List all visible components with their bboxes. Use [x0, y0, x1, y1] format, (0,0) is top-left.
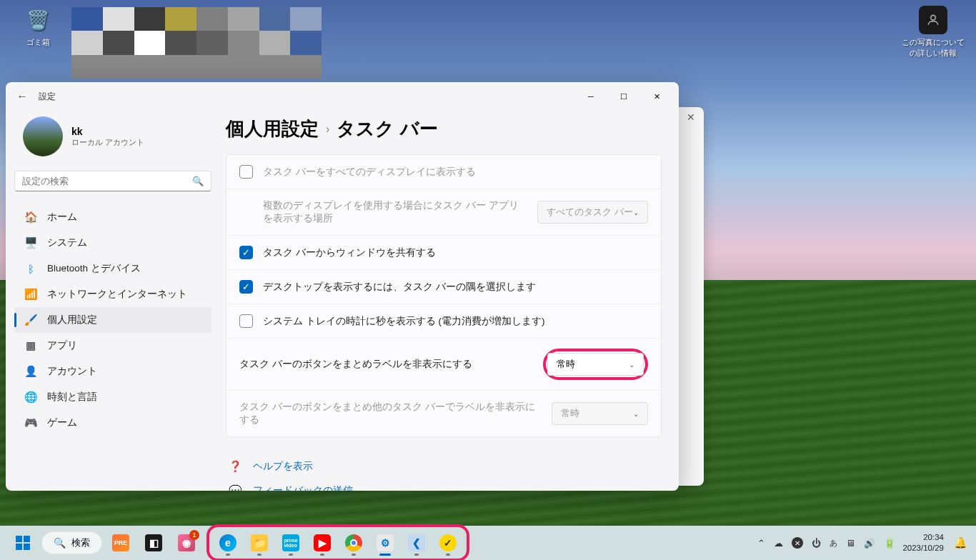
checkbox[interactable]: [239, 314, 253, 328]
profile-account: ローカル アカウント: [71, 137, 144, 148]
svg-rect-2: [24, 536, 30, 542]
breadcrumb: 個人用設定 › タスク バー: [226, 116, 662, 141]
taskbar-app-edge[interactable]: e: [214, 529, 242, 557]
setting-show-seconds: システム トレイの時計に秒を表示する (電力消費が増加します): [226, 304, 661, 339]
photo-info-icon[interactable]: この写真についての詳しい情報: [901, 6, 965, 59]
breadcrumb-current: タスク バー: [337, 116, 437, 141]
gamepad-icon: 🎮: [24, 416, 37, 429]
nav-apps[interactable]: ▦ アプリ: [14, 333, 211, 359]
volume-icon[interactable]: 🔊: [864, 538, 875, 549]
profile-section[interactable]: kk ローカル アカウント: [14, 111, 211, 171]
tray-overflow-icon[interactable]: ⌃: [757, 538, 765, 549]
content-area: 個人用設定 › タスク バー タスク バーをすべてのディスプレイに表示する 複数…: [220, 111, 679, 491]
widgets-button[interactable]: ◧: [139, 529, 168, 557]
search-box[interactable]: 🔍: [14, 171, 211, 191]
search-icon: 🔍: [54, 537, 66, 549]
breadcrumb-parent[interactable]: 個人用設定: [226, 116, 319, 141]
svg-point-0: [931, 15, 936, 20]
minimize-button[interactable]: ─: [574, 85, 607, 108]
copilot-button[interactable]: ◉ 1: [172, 529, 201, 557]
taskbar-app-youtube[interactable]: ▶: [308, 529, 337, 557]
svg-rect-3: [16, 544, 22, 550]
search-button[interactable]: 🔍 検索: [41, 531, 102, 554]
nav-system[interactable]: 🖥️ システム: [14, 230, 211, 256]
recycle-bin-icon[interactable]: 🗑️ ゴミ箱: [13, 6, 63, 48]
setting-show-all-displays: タスク バーをすべてのディスプレイに表示する: [226, 155, 661, 189]
nav-label: アカウント: [47, 365, 97, 378]
sidebar: kk ローカル アカウント 🔍 🏠 ホーム 🖥️ システム ᛒ Bluetoot…: [6, 111, 220, 491]
taskbar-app-chrome[interactable]: [339, 529, 368, 557]
recycle-bin-label: ゴミ箱: [13, 37, 63, 48]
setting-desktop-corner: ✓ デスクトップを表示するには、タスク バーの隅を選択します: [226, 270, 661, 304]
taskbar: 🔍 検索 PRE ◧ ◉ 1 e 📁 primevideo ▶: [0, 526, 976, 560]
taskbar-app-settings[interactable]: ⚙: [371, 529, 399, 557]
taskbar-app-unknown2[interactable]: ✓: [434, 529, 462, 557]
nav-bluetooth[interactable]: ᛒ Bluetooth とデバイス: [14, 256, 211, 281]
feedback-link: 💬 フィードバックの送信: [226, 479, 662, 491]
nav-gaming[interactable]: 🎮 ゲーム: [14, 410, 211, 436]
onedrive-icon[interactable]: ☁: [774, 538, 783, 549]
nav-label: ゲーム: [47, 416, 77, 429]
window-title: 設定: [39, 91, 56, 103]
setting-label: タスク バーのボタンをまとめラベルを非表示にする: [239, 358, 533, 371]
taskbar-app-explorer[interactable]: 📁: [245, 529, 274, 557]
chevron-right-icon: ›: [326, 123, 329, 136]
apps-icon: ▦: [24, 339, 37, 352]
nav-time[interactable]: 🌐 時刻と言語: [14, 384, 211, 410]
battery-icon[interactable]: 🔋: [884, 538, 895, 549]
chevron-down-icon: ⌄: [633, 410, 639, 418]
search-icon: 🔍: [192, 176, 204, 186]
feedback-text[interactable]: フィードバックの送信: [253, 484, 353, 491]
bluetooth-icon: ᛒ: [24, 262, 37, 275]
dropdown-combine-other: 常時 ⌄: [552, 402, 648, 425]
highlight-annotation: e 📁 primevideo ▶ ⚙ ❮ ✓: [206, 524, 469, 560]
clock[interactable]: 20:34 2023/10/29: [902, 532, 947, 554]
nav-network[interactable]: 📶 ネットワークとインターネット: [14, 281, 211, 307]
time: 20:34: [902, 532, 944, 543]
nav-accounts[interactable]: 👤 アカウント: [14, 359, 211, 384]
language-icon[interactable]: あ: [830, 538, 837, 549]
xbox-icon[interactable]: ✕: [792, 537, 803, 549]
start-button[interactable]: [9, 529, 37, 557]
setting-combine-buttons: タスク バーのボタンをまとめラベルを非表示にする 常時 ⌄: [226, 339, 661, 391]
nav-label: ホーム: [47, 211, 77, 224]
network-icon[interactable]: 🖥: [846, 538, 855, 549]
nav-label: システム: [47, 236, 87, 249]
nav-personalization[interactable]: 🖌️ 個人用設定: [14, 307, 211, 333]
setting-label: タスク バーのボタンをまとめ他のタスク バーでラベルを非表示にする: [239, 401, 542, 426]
checkbox[interactable]: ✓: [239, 246, 253, 259]
avatar: [23, 116, 63, 156]
svg-rect-1: [16, 536, 22, 542]
setting-combine-other: タスク バーのボタンをまとめ他のタスク バーでラベルを非表示にする 常時 ⌄: [226, 391, 661, 436]
close-button[interactable]: ✕: [640, 85, 673, 108]
date: 2023/10/29: [902, 543, 944, 554]
chevron-down-icon: ⌄: [629, 361, 634, 369]
checkbox[interactable]: [239, 165, 253, 179]
bg-close-icon[interactable]: ✕: [687, 111, 695, 123]
photo-info-label: この写真についての詳しい情報: [901, 37, 965, 59]
taskview-button[interactable]: PRE: [106, 529, 135, 557]
nav-home[interactable]: 🏠 ホーム: [14, 204, 211, 230]
taskbar-app-prime[interactable]: primevideo: [277, 529, 305, 557]
globe-icon: 🌐: [24, 391, 37, 404]
person-icon: 👤: [24, 365, 37, 378]
notification-icon[interactable]: 🔔: [954, 536, 967, 549]
settings-window: ← 設定 ─ ☐ ✕ kk ローカル アカウント 🔍 🏠: [6, 82, 679, 491]
dropdown-combine[interactable]: 常時 ⌄: [547, 353, 644, 376]
nav-label: アプリ: [47, 339, 77, 352]
chevron-down-icon: ⌄: [633, 209, 639, 216]
setting-label: 複数のディスプレイを使用する場合にタスク バー アプリを表示する場所: [263, 199, 527, 225]
back-button[interactable]: ←: [11, 90, 33, 103]
checkbox[interactable]: ✓: [239, 280, 253, 294]
profile-name: kk: [71, 126, 144, 137]
search-input[interactable]: [22, 176, 192, 186]
setting-label: デスクトップを表示するには、タスク バーの隅を選択します: [263, 281, 648, 294]
power-icon[interactable]: ⏻: [812, 538, 821, 549]
notification-badge: 1: [189, 530, 199, 540]
maximize-button[interactable]: ☐: [607, 85, 640, 108]
settings-card: タスク バーをすべてのディスプレイに表示する 複数のディスプレイを使用する場合に…: [226, 154, 662, 437]
help-icon: ❓: [229, 460, 241, 473]
nav-label: Bluetooth とデバイス: [47, 262, 141, 275]
help-text[interactable]: ヘルプを表示: [253, 460, 313, 473]
taskbar-app-unknown1[interactable]: ❮: [402, 529, 431, 557]
